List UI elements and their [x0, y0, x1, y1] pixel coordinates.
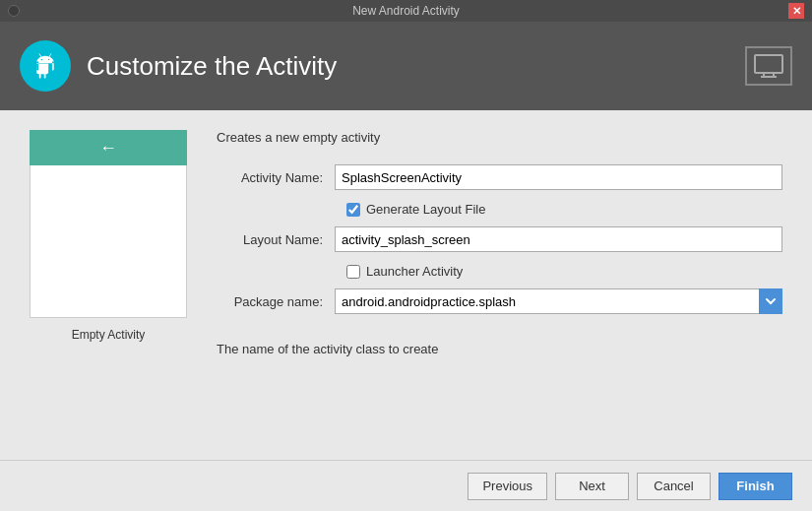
close-button[interactable]: ✕ — [788, 3, 804, 19]
right-panel: Creates a new empty activity Activity Na… — [217, 130, 782, 440]
svg-rect-0 — [755, 55, 782, 73]
generate-layout-checkbox[interactable] — [346, 203, 360, 217]
activity-name-input[interactable] — [335, 164, 782, 190]
package-name-select[interactable]: android.androidpractice.splash — [335, 288, 782, 314]
description-text: Creates a new empty activity — [217, 130, 782, 145]
next-button[interactable]: Next — [555, 473, 629, 500]
launcher-activity-checkbox[interactable] — [346, 265, 360, 279]
android-logo — [20, 40, 71, 92]
cancel-button[interactable]: Cancel — [637, 473, 711, 500]
back-arrow-icon: ← — [99, 138, 117, 159]
package-name-label: Package name: — [217, 294, 335, 309]
layout-name-label: Layout Name: — [217, 232, 335, 247]
header-title: Customize the Activity — [87, 51, 337, 82]
activity-name-row: Activity Name: — [217, 164, 782, 190]
layout-name-row: Layout Name: — [217, 226, 782, 252]
package-name-select-wrapper: android.androidpractice.splash — [335, 288, 782, 314]
launcher-activity-row: Launcher Activity — [346, 264, 782, 279]
generate-layout-row: Generate Layout File — [346, 202, 782, 217]
monitor-icon — [754, 54, 783, 78]
previous-button[interactable]: Previous — [468, 473, 547, 500]
window-dot — [8, 5, 20, 17]
activity-label: Empty Activity — [72, 328, 146, 342]
header-left: Customize the Activity — [20, 40, 337, 92]
left-panel: ← Empty Activity — [30, 130, 187, 440]
android-icon — [29, 49, 62, 83]
layout-name-input[interactable] — [335, 226, 782, 252]
package-name-row: Package name: android.androidpractice.sp… — [217, 288, 782, 314]
finish-button[interactable]: Finish — [718, 473, 792, 500]
launcher-activity-label: Launcher Activity — [366, 264, 463, 279]
activity-name-label: Activity Name: — [217, 170, 335, 185]
generate-layout-label: Generate Layout File — [366, 202, 485, 217]
title-bar-left — [8, 5, 20, 17]
title-bar: New Android Activity ✕ — [0, 0, 812, 22]
header: Customize the Activity — [0, 22, 812, 110]
hint-text: The name of the activity class to create — [217, 342, 782, 356]
window-title: New Android Activity — [352, 4, 460, 18]
monitor-icon-box — [745, 46, 792, 86]
back-button[interactable]: ← — [30, 130, 187, 165]
footer: Previous Next Cancel Finish — [0, 460, 812, 511]
main-content: ← Empty Activity Creates a new empty act… — [0, 110, 812, 460]
activity-preview — [30, 165, 187, 318]
